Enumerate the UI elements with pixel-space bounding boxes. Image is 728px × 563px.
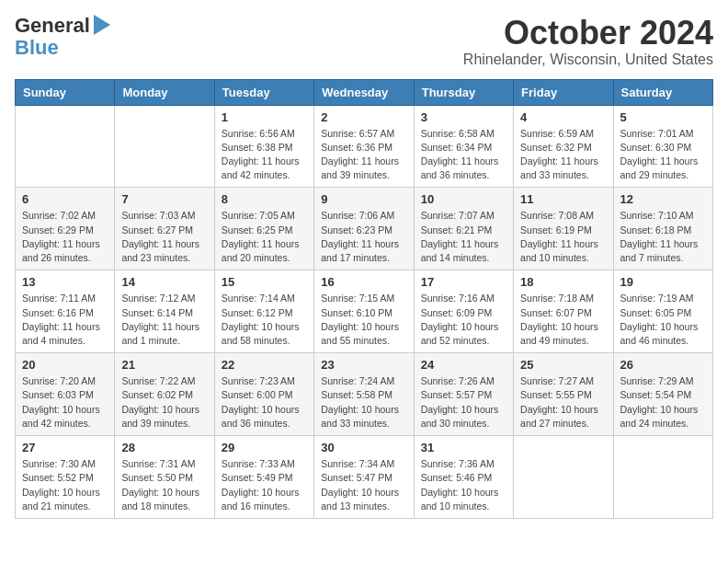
day-number: 13 (22, 275, 108, 289)
day-info: Sunrise: 7:27 AM Sunset: 5:55 PM Dayligh… (520, 374, 606, 431)
day-info: Sunrise: 7:10 AM Sunset: 6:18 PM Dayligh… (620, 209, 706, 265)
day-info: Sunrise: 7:24 AM Sunset: 5:58 PM Dayligh… (321, 374, 406, 431)
calendar-table: SundayMondayTuesdayWednesdayThursdayFrid… (15, 79, 713, 519)
header-wednesday: Wednesday (314, 79, 414, 105)
day-number: 28 (121, 441, 207, 454)
calendar-cell: 15Sunrise: 7:14 AM Sunset: 6:12 PM Dayli… (214, 270, 313, 353)
day-info: Sunrise: 6:57 AM Sunset: 6:36 PM Dayligh… (321, 127, 406, 183)
header-tuesday: Tuesday (214, 79, 313, 105)
calendar-cell: 3Sunrise: 6:58 AM Sunset: 6:34 PM Daylig… (414, 105, 513, 188)
calendar-cell: 2Sunrise: 6:57 AM Sunset: 6:36 PM Daylig… (314, 105, 414, 188)
day-info: Sunrise: 7:14 AM Sunset: 6:12 PM Dayligh… (222, 292, 307, 348)
day-number: 24 (421, 358, 506, 372)
day-number: 16 (321, 275, 406, 289)
calendar-cell: 31Sunrise: 7:36 AM Sunset: 5:46 PM Dayli… (414, 436, 513, 519)
day-info: Sunrise: 6:58 AM Sunset: 6:34 PM Dayligh… (421, 127, 506, 183)
calendar-cell: 22Sunrise: 7:23 AM Sunset: 6:00 PM Dayli… (214, 353, 313, 436)
calendar-cell: 16Sunrise: 7:15 AM Sunset: 6:10 PM Dayli… (314, 270, 414, 353)
day-info: Sunrise: 7:16 AM Sunset: 6:09 PM Dayligh… (421, 292, 506, 348)
day-info: Sunrise: 7:23 AM Sunset: 6:00 PM Dayligh… (222, 374, 307, 431)
day-number: 26 (620, 358, 706, 372)
calendar-cell: 18Sunrise: 7:18 AM Sunset: 6:07 PM Dayli… (514, 270, 613, 353)
day-info: Sunrise: 7:26 AM Sunset: 5:57 PM Dayligh… (421, 374, 506, 431)
calendar-cell: 1Sunrise: 6:56 AM Sunset: 6:38 PM Daylig… (214, 105, 313, 188)
day-info: Sunrise: 7:30 AM Sunset: 5:52 PM Dayligh… (22, 457, 108, 513)
calendar-cell: 17Sunrise: 7:16 AM Sunset: 6:09 PM Dayli… (414, 270, 513, 353)
day-number: 14 (121, 275, 207, 289)
day-number: 7 (121, 192, 207, 206)
calendar-cell: 11Sunrise: 7:08 AM Sunset: 6:19 PM Dayli… (514, 188, 613, 270)
day-number: 6 (22, 192, 108, 206)
title-block: October 2024 Rhinelander, Wisconsin, Uni… (463, 15, 713, 68)
day-number: 17 (421, 275, 506, 289)
calendar-cell: 5Sunrise: 7:01 AM Sunset: 6:30 PM Daylig… (613, 105, 712, 188)
day-info: Sunrise: 7:07 AM Sunset: 6:21 PM Dayligh… (421, 209, 506, 265)
calendar-cell (115, 105, 214, 188)
calendar-cell: 26Sunrise: 7:29 AM Sunset: 5:54 PM Dayli… (613, 353, 712, 436)
day-info: Sunrise: 7:33 AM Sunset: 5:49 PM Dayligh… (222, 457, 307, 513)
logo: General Blue (15, 15, 110, 59)
day-info: Sunrise: 7:05 AM Sunset: 6:25 PM Dayligh… (222, 209, 307, 265)
day-info: Sunrise: 6:59 AM Sunset: 6:32 PM Dayligh… (520, 127, 606, 183)
header-sunday: Sunday (16, 79, 115, 105)
calendar-cell: 23Sunrise: 7:24 AM Sunset: 5:58 PM Dayli… (314, 353, 414, 436)
calendar-cell: 30Sunrise: 7:34 AM Sunset: 5:47 PM Dayli… (314, 436, 414, 519)
calendar-cell: 14Sunrise: 7:12 AM Sunset: 6:14 PM Dayli… (115, 270, 214, 353)
day-info: Sunrise: 7:06 AM Sunset: 6:23 PM Dayligh… (321, 209, 406, 265)
day-number: 19 (620, 275, 706, 289)
logo-icon (94, 15, 110, 35)
calendar-cell: 8Sunrise: 7:05 AM Sunset: 6:25 PM Daylig… (214, 188, 313, 270)
location-text: Rhinelander, Wisconsin, United States (463, 52, 713, 68)
calendar-cell: 21Sunrise: 7:22 AM Sunset: 6:02 PM Dayli… (115, 353, 214, 436)
calendar-week-row: 1Sunrise: 6:56 AM Sunset: 6:38 PM Daylig… (16, 105, 713, 188)
day-info: Sunrise: 7:34 AM Sunset: 5:47 PM Dayligh… (321, 457, 406, 513)
header-saturday: Saturday (613, 79, 712, 105)
day-number: 2 (321, 110, 406, 124)
calendar-cell: 28Sunrise: 7:31 AM Sunset: 5:50 PM Dayli… (115, 436, 214, 519)
day-number: 9 (321, 192, 406, 206)
day-number: 10 (421, 192, 506, 206)
day-info: Sunrise: 7:03 AM Sunset: 6:27 PM Dayligh… (121, 209, 207, 265)
calendar-cell: 10Sunrise: 7:07 AM Sunset: 6:21 PM Dayli… (414, 188, 513, 270)
calendar-cell: 9Sunrise: 7:06 AM Sunset: 6:23 PM Daylig… (314, 188, 414, 270)
day-info: Sunrise: 7:15 AM Sunset: 6:10 PM Dayligh… (321, 292, 406, 348)
day-number: 5 (620, 110, 706, 124)
page-header: General Blue October 2024 Rhinelander, W… (15, 15, 713, 68)
day-info: Sunrise: 7:36 AM Sunset: 5:46 PM Dayligh… (421, 457, 506, 513)
calendar-week-row: 27Sunrise: 7:30 AM Sunset: 5:52 PM Dayli… (16, 436, 713, 519)
calendar-cell: 6Sunrise: 7:02 AM Sunset: 6:29 PM Daylig… (16, 188, 115, 270)
day-info: Sunrise: 7:18 AM Sunset: 6:07 PM Dayligh… (520, 292, 606, 348)
day-number: 3 (421, 110, 506, 124)
calendar-cell: 25Sunrise: 7:27 AM Sunset: 5:55 PM Dayli… (514, 353, 613, 436)
day-number: 23 (321, 358, 406, 372)
calendar-week-row: 20Sunrise: 7:20 AM Sunset: 6:03 PM Dayli… (16, 353, 713, 436)
calendar-cell: 20Sunrise: 7:20 AM Sunset: 6:03 PM Dayli… (16, 353, 115, 436)
day-number: 22 (222, 358, 307, 372)
day-info: Sunrise: 6:56 AM Sunset: 6:38 PM Dayligh… (222, 127, 307, 183)
day-info: Sunrise: 7:31 AM Sunset: 5:50 PM Dayligh… (121, 457, 207, 513)
day-number: 25 (520, 358, 606, 372)
day-number: 27 (22, 441, 108, 454)
calendar-cell: 27Sunrise: 7:30 AM Sunset: 5:52 PM Dayli… (16, 436, 115, 519)
day-number: 21 (121, 358, 207, 372)
calendar-week-row: 13Sunrise: 7:11 AM Sunset: 6:16 PM Dayli… (16, 270, 713, 353)
day-number: 8 (222, 192, 307, 206)
calendar-header-row: SundayMondayTuesdayWednesdayThursdayFrid… (16, 79, 713, 105)
month-title: October 2024 (463, 15, 713, 52)
calendar-cell: 4Sunrise: 6:59 AM Sunset: 6:32 PM Daylig… (514, 105, 613, 188)
calendar-cell: 7Sunrise: 7:03 AM Sunset: 6:27 PM Daylig… (115, 188, 214, 270)
day-number: 1 (222, 110, 307, 124)
calendar-cell (16, 105, 115, 188)
logo-subtext: Blue (15, 37, 59, 59)
day-info: Sunrise: 7:02 AM Sunset: 6:29 PM Dayligh… (22, 209, 108, 265)
day-info: Sunrise: 7:29 AM Sunset: 5:54 PM Dayligh… (620, 374, 706, 431)
calendar-cell: 19Sunrise: 7:19 AM Sunset: 6:05 PM Dayli… (613, 270, 712, 353)
day-info: Sunrise: 7:01 AM Sunset: 6:30 PM Dayligh… (620, 127, 706, 183)
day-number: 15 (222, 275, 307, 289)
day-number: 30 (321, 441, 406, 454)
day-number: 4 (520, 110, 606, 124)
day-info: Sunrise: 7:12 AM Sunset: 6:14 PM Dayligh… (121, 292, 207, 348)
day-info: Sunrise: 7:22 AM Sunset: 6:02 PM Dayligh… (121, 374, 207, 431)
day-info: Sunrise: 7:20 AM Sunset: 6:03 PM Dayligh… (22, 374, 108, 431)
day-number: 31 (421, 441, 506, 454)
